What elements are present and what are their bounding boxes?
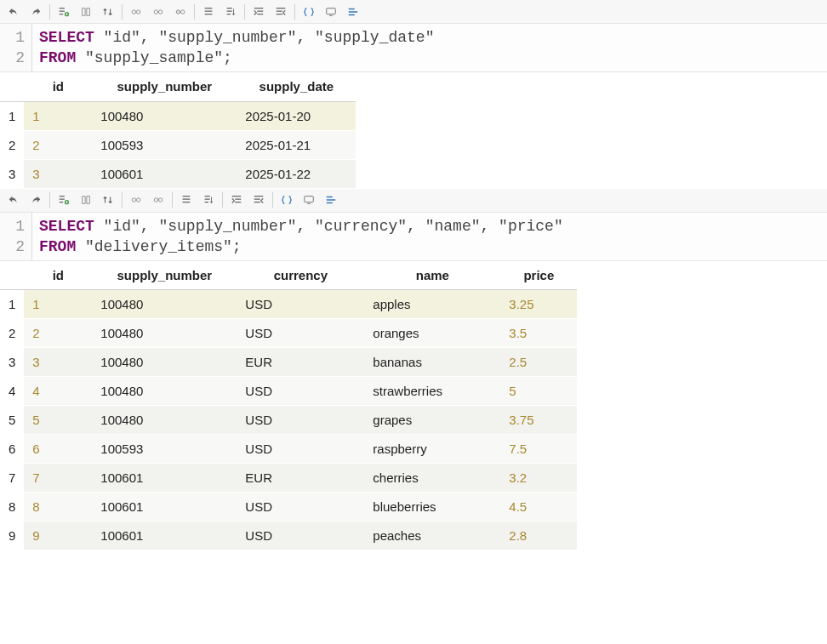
cell-supply_number[interactable]: 100480 bbox=[92, 348, 237, 377]
cell-name[interactable]: peaches bbox=[364, 521, 500, 550]
table-row[interactable]: 221005932025-01-21 bbox=[0, 130, 356, 159]
braces-button[interactable] bbox=[277, 191, 297, 209]
table-row[interactable]: 33100480EURbananas2.5 bbox=[0, 348, 577, 377]
table-row[interactable]: 99100601USDpeaches2.8 bbox=[0, 521, 577, 550]
cell-supply_number[interactable]: 100480 bbox=[92, 406, 237, 435]
screen-button[interactable] bbox=[321, 3, 341, 21]
format-button[interactable] bbox=[321, 191, 341, 209]
cell-supply_date[interactable]: 2025-01-20 bbox=[237, 101, 356, 130]
sql-editor-2[interactable]: 1 2 SELECT "id", "supply_number", "curre… bbox=[0, 213, 827, 261]
table-row[interactable]: 55100480USDgrapes3.75 bbox=[0, 406, 577, 435]
cell-id[interactable]: 6 bbox=[24, 435, 92, 464]
link-button-1[interactable] bbox=[126, 3, 146, 21]
cell-id[interactable]: 1 bbox=[24, 290, 92, 319]
join-sort-button[interactable] bbox=[76, 191, 96, 209]
sql-code[interactable]: SELECT "id", "supply_number", "currency"… bbox=[32, 213, 570, 260]
table-row[interactable]: 44100480USDstrawberries5 bbox=[0, 377, 577, 406]
group-sort-button[interactable] bbox=[198, 191, 219, 209]
table-row[interactable]: 77100601EURcherries3.2 bbox=[0, 464, 577, 493]
cell-supply_number[interactable]: 100593 bbox=[92, 130, 237, 159]
cell-id[interactable]: 4 bbox=[24, 377, 92, 406]
outdent-button[interactable] bbox=[271, 3, 291, 21]
column-header-id[interactable]: id bbox=[24, 72, 92, 101]
group-button[interactable] bbox=[198, 3, 219, 21]
link-button-3[interactable] bbox=[170, 3, 191, 21]
cell-name[interactable]: grapes bbox=[364, 406, 500, 435]
group-button[interactable] bbox=[176, 191, 197, 209]
braces-button[interactable] bbox=[299, 3, 319, 21]
cell-currency[interactable]: EUR bbox=[237, 348, 364, 377]
link-button-2[interactable] bbox=[148, 191, 168, 209]
column-header-currency[interactable]: currency bbox=[237, 261, 364, 290]
cell-supply_date[interactable]: 2025-01-22 bbox=[237, 159, 356, 188]
cell-name[interactable]: oranges bbox=[364, 319, 500, 348]
sql-code[interactable]: SELECT "id", "supply_number", "supply_da… bbox=[32, 24, 441, 71]
redo-button[interactable] bbox=[26, 191, 46, 209]
column-header-supply-number[interactable]: supply_number bbox=[92, 72, 237, 101]
cell-supply_number[interactable]: 100601 bbox=[92, 464, 237, 493]
group-sort-button[interactable] bbox=[220, 3, 241, 21]
cell-id[interactable]: 3 bbox=[24, 159, 92, 188]
cell-supply_number[interactable]: 100601 bbox=[92, 159, 237, 188]
cell-currency[interactable]: EUR bbox=[237, 464, 364, 493]
cell-supply_number[interactable]: 100480 bbox=[92, 377, 237, 406]
link-button-2[interactable] bbox=[148, 3, 168, 21]
cell-currency[interactable]: USD bbox=[237, 521, 364, 550]
cell-id[interactable]: 7 bbox=[24, 464, 92, 493]
cell-currency[interactable]: USD bbox=[237, 290, 364, 319]
column-header-name[interactable]: name bbox=[364, 261, 500, 290]
cell-price[interactable]: 2.8 bbox=[500, 521, 577, 550]
join-sort-button[interactable] bbox=[76, 3, 96, 21]
column-header-id[interactable]: id bbox=[24, 261, 92, 290]
cell-id[interactable]: 2 bbox=[24, 130, 92, 159]
outdent-button[interactable] bbox=[248, 191, 269, 209]
cell-name[interactable]: blueberries bbox=[364, 493, 500, 521]
cell-name[interactable]: apples bbox=[364, 290, 500, 319]
cell-supply_number[interactable]: 100480 bbox=[92, 319, 237, 348]
cell-supply_date[interactable]: 2025-01-21 bbox=[237, 130, 356, 159]
format-button[interactable] bbox=[343, 3, 363, 21]
add-statement-button[interactable] bbox=[54, 191, 74, 209]
cell-currency[interactable]: USD bbox=[237, 493, 364, 521]
table-row[interactable]: 331006012025-01-22 bbox=[0, 159, 356, 188]
column-header-price[interactable]: price bbox=[500, 261, 577, 290]
sql-editor-1[interactable]: 1 2 SELECT "id", "supply_number", "suppl… bbox=[0, 24, 827, 72]
cell-price[interactable]: 3.2 bbox=[500, 464, 577, 493]
sort-button[interactable] bbox=[98, 191, 118, 209]
cell-id[interactable]: 1 bbox=[24, 101, 92, 130]
undo-button[interactable] bbox=[3, 191, 24, 209]
sort-button[interactable] bbox=[98, 3, 118, 21]
redo-button[interactable] bbox=[26, 3, 46, 21]
cell-price[interactable]: 4.5 bbox=[500, 493, 577, 521]
indent-button[interactable] bbox=[248, 3, 269, 21]
cell-price[interactable]: 7.5 bbox=[500, 435, 577, 464]
cell-name[interactable]: raspberry bbox=[364, 435, 500, 464]
result-table-2[interactable]: id supply_number currency name price 111… bbox=[0, 261, 577, 551]
table-row[interactable]: 66100593USDraspberry7.5 bbox=[0, 435, 577, 464]
cell-price[interactable]: 3.75 bbox=[500, 406, 577, 435]
cell-supply_number[interactable]: 100480 bbox=[92, 101, 237, 130]
cell-id[interactable]: 3 bbox=[24, 348, 92, 377]
cell-price[interactable]: 2.5 bbox=[500, 348, 577, 377]
table-row[interactable]: 11100480USDapples3.25 bbox=[0, 290, 577, 319]
cell-supply_number[interactable]: 100601 bbox=[92, 493, 237, 521]
cell-supply_number[interactable]: 100601 bbox=[92, 521, 237, 550]
cell-currency[interactable]: USD bbox=[237, 319, 364, 348]
add-statement-button[interactable] bbox=[54, 3, 74, 21]
column-header-supply-number[interactable]: supply_number bbox=[92, 261, 237, 290]
cell-price[interactable]: 3.25 bbox=[500, 290, 577, 319]
cell-id[interactable]: 8 bbox=[24, 493, 92, 521]
cell-name[interactable]: strawberries bbox=[364, 377, 500, 406]
cell-name[interactable]: cherries bbox=[364, 464, 500, 493]
undo-button[interactable] bbox=[3, 3, 24, 21]
screen-button[interactable] bbox=[299, 191, 319, 209]
indent-button[interactable] bbox=[226, 191, 247, 209]
cell-currency[interactable]: USD bbox=[237, 435, 364, 464]
cell-currency[interactable]: USD bbox=[237, 406, 364, 435]
table-row[interactable]: 111004802025-01-20 bbox=[0, 101, 356, 130]
cell-id[interactable]: 9 bbox=[24, 521, 92, 550]
link-button-1[interactable] bbox=[126, 191, 146, 209]
cell-supply_number[interactable]: 100593 bbox=[92, 435, 237, 464]
column-header-supply-date[interactable]: supply_date bbox=[237, 72, 356, 101]
cell-price[interactable]: 5 bbox=[500, 377, 577, 406]
